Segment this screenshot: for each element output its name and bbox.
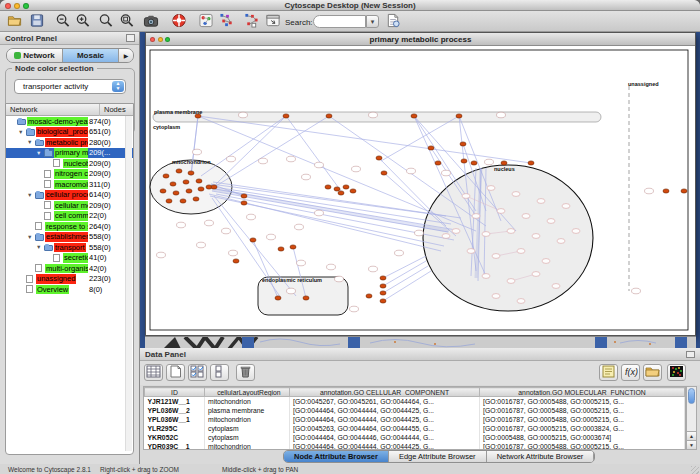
column-header[interactable]: ID — [145, 388, 205, 397]
node-count: 209(0) — [89, 159, 111, 169]
tree-row[interactable]: ▼biological_process651(0) — [6, 127, 133, 138]
column-header[interactable]: annotation.GO MOLECULAR_FUNCTION — [480, 388, 685, 397]
help-button[interactable] — [170, 13, 188, 30]
floating-panel-button[interactable] — [264, 13, 282, 30]
zoom-in-button[interactable] — [74, 13, 92, 30]
network-view-window[interactable]: primary metabolic process plasma membran… — [145, 32, 696, 336]
tab-network[interactable]: Network — [7, 49, 63, 62]
import-table-button[interactable] — [643, 364, 662, 381]
zoom-out-button[interactable] — [54, 13, 72, 30]
tree-row[interactable]: unassigned223(0) — [6, 274, 133, 285]
save-button[interactable] — [28, 13, 46, 30]
column-header[interactable]: annotation.GO CELLULAR_COMPONENT — [290, 388, 480, 397]
table-row[interactable]: YPL036W__1mitochondrion[GO:0044464, GO:0… — [145, 415, 685, 424]
window-titlebar[interactable]: Cytoscape Desktop (New Session) — [0, 0, 700, 11]
region-label-unassigned: unassigned — [628, 81, 659, 87]
tree-row[interactable]: Overview8(0) — [6, 284, 133, 295]
float-panel-icon[interactable] — [686, 351, 695, 358]
expander-icon[interactable]: ▼ — [27, 232, 32, 242]
table-cell: [GO:0044464, GO:0044446, GO:0044444, G..… — [290, 433, 480, 442]
snapshot-button[interactable] — [142, 13, 160, 30]
tree-row[interactable]: nucleobase-209(0) — [6, 158, 133, 169]
import-attributes-button[interactable] — [384, 13, 402, 30]
create-attribute-button[interactable] — [166, 364, 185, 381]
show-attributes-button[interactable] — [188, 364, 207, 381]
tree-row[interactable]: cell communicat22(0) — [6, 211, 133, 222]
tree-row[interactable]: ▼establishment of lo558(0) — [6, 232, 133, 243]
scrollbar-thumb[interactable] — [688, 388, 695, 404]
table-row[interactable]: YDR039C__1mitochondrion[GO:0044464, GO:0… — [145, 442, 685, 451]
zoom-selected-button[interactable] — [97, 13, 115, 30]
table-cell: YPL036W__2 — [145, 406, 205, 415]
tree-row[interactable]: nitrogen compo209(0) — [6, 169, 133, 180]
network-window-titlebar[interactable]: primary metabolic process — [146, 33, 695, 46]
table-cell: [GO:0044464, GO:0044444, GO:0044425, G..… — [290, 406, 480, 415]
table-row[interactable]: YKR052Ccytoplasm[GO:0044464, GO:0044446,… — [145, 433, 685, 442]
network-tab-icon — [14, 52, 21, 59]
tree-scrollbar[interactable] — [125, 116, 132, 451]
matrix-view-button[interactable] — [667, 364, 686, 381]
annotation-notes-button[interactable] — [599, 364, 618, 381]
tree-row[interactable]: multi-organism pro42(0) — [6, 263, 133, 274]
expander-icon[interactable]: ▼ — [18, 127, 23, 137]
scroll-up-icon[interactable]: ▲ — [687, 431, 696, 440]
tree-row[interactable]: ▼metabolic process280(0) — [6, 137, 133, 148]
control-panel: Control Panel Network Mosaic ▶ Node colo… — [0, 32, 140, 464]
data-panel-header: Data Panel — [140, 348, 700, 361]
region-label-nucleus: nucleus — [494, 166, 515, 172]
network-tree: Network Nodes mosaic-demo-yeast874(0)▼bi… — [5, 103, 134, 455]
tab-node-attribute-browser[interactable]: Node Attribute Browser — [284, 451, 389, 462]
node-count: 8(0) — [89, 285, 102, 295]
formula-button[interactable]: f(x) — [621, 364, 640, 381]
tree-header[interactable]: Network Nodes — [6, 104, 133, 116]
zoom-fit-button[interactable] — [118, 13, 136, 30]
resize-grip[interactable] — [691, 466, 699, 474]
layout-edges-button[interactable] — [242, 13, 260, 30]
search-input[interactable] — [313, 15, 366, 28]
layout-nodes-button[interactable] — [218, 13, 236, 30]
node-count: 558(0) — [89, 243, 111, 253]
table-row[interactable]: YJR121W__1mitochondrion[GO:0045267, GO:0… — [145, 397, 685, 406]
tree-row[interactable]: mosaic-demo-yeast874(0) — [6, 116, 133, 127]
scroll-down-icon[interactable]: ▼ — [687, 440, 696, 449]
tree-row[interactable]: secretion41(0) — [6, 253, 133, 264]
vizmapper-button[interactable] — [197, 13, 215, 30]
tree-row[interactable]: response to stimulu264(0) — [6, 221, 133, 232]
network-canvas[interactable] — [146, 46, 695, 335]
tab-network-attribute-browser[interactable]: Network Attribute Browser — [487, 451, 595, 462]
document-icon — [35, 264, 42, 272]
table-row[interactable]: YLR295Ccytoplasm[GO:0045263, GO:0044464,… — [145, 424, 685, 433]
expander-icon[interactable]: ▼ — [36, 242, 41, 252]
expander-icon[interactable]: ▼ — [27, 190, 32, 200]
tab-overflow-icon[interactable]: ▶ — [119, 49, 133, 62]
expander-icon[interactable]: ▼ — [36, 148, 41, 158]
tree-row[interactable]: ▼transport558(0) — [6, 242, 133, 253]
float-panel-icon[interactable] — [126, 34, 135, 42]
select-attributes-button[interactable] — [144, 364, 163, 381]
folder-icon — [44, 245, 53, 252]
search-dropdown-icon[interactable]: ▾ — [366, 15, 379, 28]
tree-row[interactable]: ▼primary metabo209(... — [6, 148, 133, 159]
node-color-dropdown[interactable]: transporter activity ▲▼ — [14, 79, 126, 94]
tree-row[interactable]: cellular metabo209(0) — [6, 200, 133, 211]
expander-icon[interactable]: ▼ — [27, 137, 32, 147]
table-scrollbar[interactable]: ▲ ▼ — [686, 386, 697, 450]
open-button[interactable] — [6, 13, 24, 30]
hide-attributes-button[interactable] — [210, 364, 229, 381]
tab-edge-attribute-browser[interactable]: Edge Attribute Browser — [389, 451, 487, 462]
attribute-browser-tabs: Node Attribute BrowserEdge Attribute Bro… — [283, 450, 595, 463]
tab-mosaic[interactable]: Mosaic — [63, 49, 119, 62]
tree-row[interactable]: ▼cellular process614(0) — [6, 190, 133, 201]
background-windows-strip[interactable] — [145, 336, 696, 348]
table-cell: plasma membrane — [205, 406, 290, 415]
delete-attribute-button[interactable] — [236, 364, 255, 381]
combo-stepper-icon[interactable]: ▲▼ — [112, 81, 124, 92]
column-header[interactable]: _cellularLayoutRegion — [205, 388, 290, 397]
attribute-table[interactable]: ID_cellularLayoutRegionannotation.GO CEL… — [143, 386, 686, 450]
node-count: 209(0) — [89, 169, 111, 179]
tree-row[interactable]: macromolecule311(0) — [6, 179, 133, 190]
table-row[interactable]: YPL036W__2plasma membrane[GO:0044464, GO… — [145, 406, 685, 415]
document-icon — [35, 222, 42, 230]
tree-node-label: primary metabo — [54, 148, 88, 158]
region-label-cytoplasm: cytoplasm — [153, 124, 180, 130]
